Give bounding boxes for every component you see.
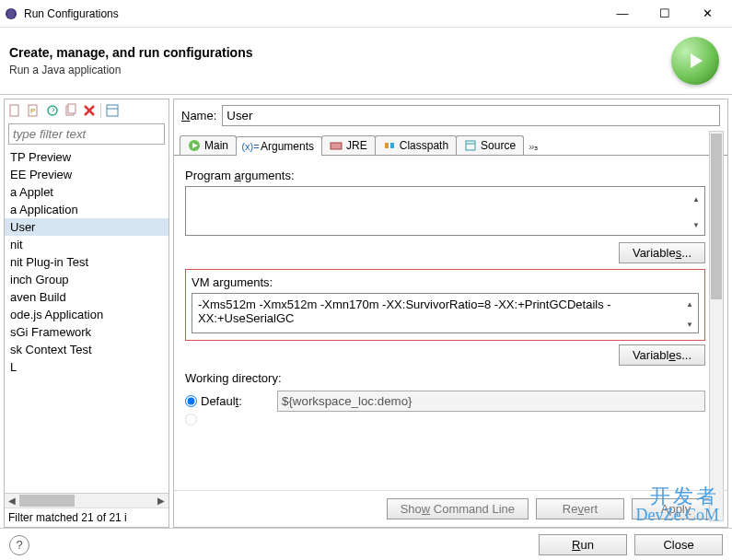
jre-icon <box>330 139 343 152</box>
spin-down-icon[interactable]: ▼ <box>688 213 704 239</box>
tabs: Main (x)=Arguments JRE Classpath Source … <box>174 132 727 156</box>
maximize-button[interactable]: ☐ <box>644 0 686 28</box>
tree-item[interactable]: a Applet <box>5 183 168 201</box>
tab-main[interactable]: Main <box>180 135 237 155</box>
revert-button[interactable]: Revert <box>536 498 624 519</box>
filter-status: Filter matched 21 of 21 i <box>5 508 168 527</box>
svg-rect-9 <box>107 105 118 116</box>
vm-args-label: VM arguments: <box>192 275 699 289</box>
svg-rect-8 <box>68 104 76 113</box>
svg-point-1 <box>7 8 15 18</box>
tree-item[interactable]: aven Build <box>5 288 168 306</box>
close-window-button[interactable]: ✕ <box>686 0 728 28</box>
svg-rect-16 <box>466 141 475 150</box>
eclipse-icon <box>4 6 18 21</box>
header: Create, manage, and run configurations R… <box>0 28 732 94</box>
program-variables-button[interactable]: Variables... <box>619 242 705 263</box>
left-panel: P TP PreviewEE Previewa Appleta Applicat… <box>4 99 169 528</box>
collapse-icon[interactable] <box>105 103 120 118</box>
config-tree[interactable]: TP PreviewEE Previewa Appleta Applicatio… <box>5 146 168 493</box>
right-panel: Name: Main (x)=Arguments JRE Classpath S… <box>173 99 728 528</box>
working-dir-label: Working directory: <box>185 371 705 385</box>
name-input[interactable] <box>222 105 720 126</box>
tree-item[interactable]: a Application <box>5 201 168 218</box>
run-icon <box>671 37 719 85</box>
tree-item[interactable]: L <box>5 358 168 376</box>
header-title: Create, manage, and run configurations <box>9 45 671 60</box>
vertical-scrollbar[interactable] <box>709 131 724 521</box>
svg-rect-15 <box>390 143 394 148</box>
classpath-icon <box>383 139 396 152</box>
window-title: Run Configurations <box>24 7 601 20</box>
default-dir-input <box>277 391 705 412</box>
tree-item[interactable]: nit <box>5 236 168 253</box>
vm-args-highlight: VM arguments: -Xms512m -Xmx512m -Xmn170m… <box>185 269 705 341</box>
svg-rect-14 <box>385 143 389 148</box>
default-radio[interactable]: Default: <box>185 394 268 408</box>
tree-item[interactable]: inch Group <box>5 271 168 288</box>
run-small-icon <box>188 139 201 152</box>
spin-down-icon[interactable]: ▼ <box>681 315 698 336</box>
minimize-button[interactable]: — <box>601 0 644 28</box>
svg-rect-13 <box>331 143 342 149</box>
program-args-input[interactable] <box>185 186 705 236</box>
tab-classpath[interactable]: Classpath <box>375 135 457 155</box>
header-subtitle: Run a Java application <box>9 64 671 76</box>
duplicate-icon[interactable] <box>64 103 78 118</box>
apply-button[interactable]: Apply <box>632 498 720 519</box>
tab-source[interactable]: Source <box>456 135 524 155</box>
filter-input[interactable] <box>8 123 165 145</box>
svg-text:P: P <box>30 107 35 115</box>
name-label: Name: <box>181 109 216 122</box>
new-config-icon[interactable] <box>8 103 23 118</box>
tree-item[interactable]: User <box>5 218 168 236</box>
export-icon[interactable] <box>45 103 60 118</box>
show-command-line-button[interactable]: Show Command Line <box>387 498 529 519</box>
help-icon[interactable]: ? <box>9 535 29 555</box>
tree-item[interactable]: EE Preview <box>5 166 168 183</box>
tree-item[interactable]: sk Context Test <box>5 341 168 358</box>
spin-up-icon[interactable]: ▲ <box>688 187 704 213</box>
tree-item[interactable]: TP Preview <box>5 148 168 166</box>
tree-item[interactable]: ode.js Application <box>5 306 168 323</box>
source-icon <box>464 139 477 152</box>
close-button[interactable]: Close <box>634 534 723 555</box>
titlebar: Run Configurations — ☐ ✕ <box>0 0 732 28</box>
program-args-label: Program arguments: <box>185 169 705 182</box>
svg-rect-3 <box>10 105 18 116</box>
other-radio[interactable] <box>185 414 268 426</box>
spin-up-icon[interactable]: ▲ <box>681 294 698 315</box>
tabs-more[interactable]: »₃ <box>523 139 543 155</box>
left-toolbar: P <box>5 99 168 122</box>
args-icon: (x)= <box>244 140 257 153</box>
vm-variables-button[interactable]: Variables... <box>619 344 705 366</box>
run-button[interactable]: Run <box>539 534 627 555</box>
new-proto-icon[interactable]: P <box>27 103 41 118</box>
delete-icon[interactable] <box>82 103 97 118</box>
tree-item[interactable]: sGi Framework <box>5 323 168 341</box>
vm-args-input[interactable]: -Xms512m -Xmx512m -Xmn170m -XX:SurvivorR… <box>192 293 699 333</box>
horizontal-scrollbar[interactable]: ◀▶ <box>5 493 168 508</box>
svg-marker-2 <box>691 53 703 68</box>
tab-jre[interactable]: JRE <box>321 135 376 155</box>
tab-arguments[interactable]: (x)=Arguments <box>236 136 322 156</box>
svg-point-6 <box>48 106 57 115</box>
tree-item[interactable]: nit Plug-in Test <box>5 253 168 271</box>
footer: ? Run Close <box>0 528 732 560</box>
